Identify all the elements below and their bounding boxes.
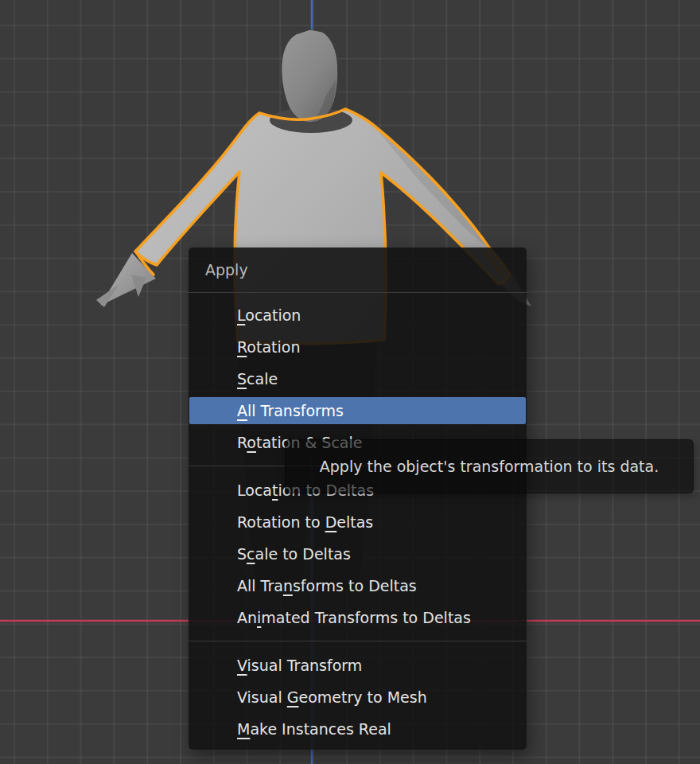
label-post: ale to Deltas — [255, 545, 351, 563]
menu-item-make-instances-real[interactable]: Make Instances Real — [189, 713, 527, 745]
label-accelerator: A — [237, 402, 247, 419]
label-pre: S — [237, 545, 247, 563]
menu-item-scale[interactable]: Scale — [189, 363, 527, 395]
label-accelerator: n — [283, 577, 293, 594]
tooltip: Apply the object's transformation to its… — [285, 439, 694, 493]
label-post: ocation — [245, 306, 301, 324]
label-accelerator: V — [237, 657, 247, 674]
menu-item-animated-transforms-to-deltas[interactable]: Animated Transforms to Deltas — [189, 602, 527, 633]
label-accelerator: G — [287, 688, 299, 706]
menu-separator — [189, 633, 527, 649]
label-post: isual Transform — [247, 657, 363, 674]
menu-item-all-transforms-to-deltas[interactable]: All Transforms to Deltas — [189, 570, 527, 602]
menu-title: Apply — [189, 248, 527, 292]
label-pre: Visual — [237, 688, 287, 706]
label-accelerator: S — [237, 370, 247, 388]
label-post: mated Transforms to Deltas — [261, 609, 471, 626]
menu-item-all-transforms[interactable]: All Transforms — [189, 395, 527, 427]
3d-viewport[interactable]: Apply Location Rotation Scale All Transf… — [0, 0, 700, 764]
menu-body: Location Rotation Scale All Transforms R… — [189, 293, 527, 745]
label-pre: Loca — [237, 481, 272, 499]
label-pre: All Tra — [237, 577, 283, 594]
label-post: ake Instances Real — [250, 720, 391, 738]
label-accelerator: L — [237, 306, 245, 324]
label-post: otation — [247, 338, 300, 356]
label-post: eometry to Mesh — [299, 688, 427, 706]
label-accelerator: R — [237, 338, 247, 356]
menu-item-scale-to-deltas[interactable]: Scale to Deltas — [189, 538, 527, 570]
label-pre: An — [237, 609, 257, 626]
menu-item-visual-geometry-to-mesh[interactable]: Visual Geometry to Mesh — [189, 681, 527, 713]
label-post: cale — [247, 370, 278, 388]
label-pre: Rotation to — [237, 513, 325, 531]
menu-item-visual-transform[interactable]: Visual Transform — [189, 649, 527, 681]
label-accelerator: o — [247, 434, 256, 451]
menu-item-rotation[interactable]: Rotation — [189, 331, 527, 363]
label-accelerator: c — [247, 545, 255, 563]
label-post: eltas — [336, 513, 373, 531]
label-accelerator: M — [237, 720, 250, 738]
label-post: ll Transforms — [247, 402, 344, 419]
label-post: sforms to Deltas — [293, 577, 417, 594]
label-accelerator: D — [325, 513, 337, 531]
label-pre: R — [237, 434, 247, 451]
menu-item-location[interactable]: Location — [189, 299, 527, 331]
menu-item-rotation-to-deltas[interactable]: Rotation to Deltas — [189, 506, 527, 538]
apply-context-menu: Apply Location Rotation Scale All Transf… — [189, 248, 527, 750]
tooltip-text: Apply the object's transformation to its… — [320, 458, 659, 475]
shirt-shading — [372, 124, 489, 248]
